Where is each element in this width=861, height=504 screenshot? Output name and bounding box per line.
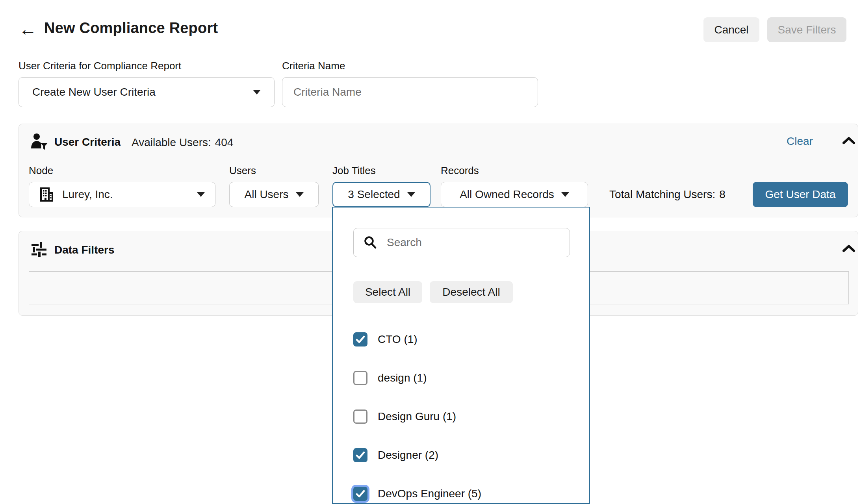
chevron-down-icon — [561, 192, 569, 197]
checkbox-icon[interactable] — [353, 410, 367, 424]
job-titles-options-list: CTO (1) design (1) Design Guru (1) — [333, 320, 589, 504]
cancel-button[interactable]: Cancel — [703, 17, 759, 42]
user-criteria-for-report-label: User Criteria for Compliance Report — [19, 60, 181, 72]
user-criteria-section-title: User Criteria — [54, 136, 121, 148]
job-title-option-label: CTO (1) — [378, 333, 418, 346]
available-users-text: Available Users:404 — [132, 136, 234, 149]
job-titles-select-value: 3 Selected — [348, 188, 400, 201]
job-titles-label: Job Titles — [332, 165, 376, 177]
get-user-data-button[interactable]: Get User Data — [753, 182, 848, 207]
job-title-option-label: DevOps Engineer (5) — [378, 487, 481, 500]
job-title-option[interactable]: DevOps Engineer (5) — [333, 474, 589, 504]
records-label: Records — [441, 165, 479, 177]
user-criteria-section: User Criteria Available Users:404 Clear … — [19, 124, 858, 217]
node-label: Node — [29, 165, 53, 177]
page-title: New Compliance Report — [44, 20, 218, 37]
filters-sliders-icon — [31, 241, 47, 258]
job-title-option[interactable]: Design Guru (1) — [333, 397, 589, 436]
job-title-option-label: Designer (2) — [378, 449, 438, 461]
chevron-up-icon — [842, 244, 855, 253]
criteria-name-label: Criteria Name — [282, 60, 345, 72]
select-all-button[interactable]: Select All — [353, 281, 422, 303]
search-icon — [363, 235, 377, 250]
job-titles-select[interactable]: 3 Selected — [332, 182, 430, 207]
collapse-data-filters-button[interactable] — [842, 244, 855, 254]
node-select[interactable]: Lurey, Inc. — [29, 182, 215, 207]
collapse-user-criteria-button[interactable] — [842, 136, 855, 146]
records-select-value: All Owned Records — [460, 188, 554, 201]
data-filters-section-title: Data Filters — [54, 244, 115, 256]
job-titles-search-input[interactable] — [386, 236, 570, 249]
checkbox-icon[interactable] — [353, 487, 367, 501]
job-title-option[interactable]: CTO (1) — [333, 320, 589, 359]
user-criteria-select-value: Create New User Criteria — [32, 86, 253, 98]
chevron-up-icon — [842, 136, 855, 145]
back-arrow-icon: ← — [19, 19, 37, 40]
user-filter-icon — [30, 133, 48, 151]
total-matching-users-text: Total Matching Users:8 — [609, 188, 726, 201]
job-title-option-label: design (1) — [378, 372, 427, 384]
job-title-option-label: Design Guru (1) — [378, 410, 456, 423]
chevron-down-icon — [253, 90, 261, 94]
job-title-option[interactable]: Designer (2) — [333, 436, 589, 474]
job-titles-search[interactable] — [353, 228, 570, 257]
save-filters-button[interactable]: Save Filters — [767, 17, 846, 42]
building-icon — [39, 187, 54, 202]
user-criteria-select[interactable]: Create New User Criteria — [19, 77, 275, 107]
users-select[interactable]: All Users — [229, 182, 319, 207]
criteria-name-input[interactable] — [282, 77, 538, 107]
users-select-value: All Users — [244, 188, 288, 201]
users-label: Users — [229, 165, 256, 177]
checkbox-icon[interactable] — [353, 371, 367, 385]
job-titles-dropdown-panel: Select All Deselect All CTO (1) design (… — [332, 207, 590, 504]
job-title-option[interactable]: design (1) — [333, 359, 589, 397]
new-compliance-report-page: ← New Compliance Report Cancel Save Filt… — [0, 0, 861, 504]
back-button[interactable]: ← — [18, 19, 38, 39]
node-select-value: Lurey, Inc. — [62, 188, 197, 201]
chevron-down-icon — [296, 192, 304, 197]
checkbox-icon[interactable] — [353, 332, 367, 346]
checkbox-icon[interactable] — [353, 448, 367, 462]
records-select[interactable]: All Owned Records — [441, 182, 588, 207]
deselect-all-button[interactable]: Deselect All — [430, 281, 513, 303]
clear-button[interactable]: Clear — [784, 135, 815, 148]
chevron-down-icon — [407, 192, 415, 197]
chevron-down-icon — [197, 192, 205, 197]
